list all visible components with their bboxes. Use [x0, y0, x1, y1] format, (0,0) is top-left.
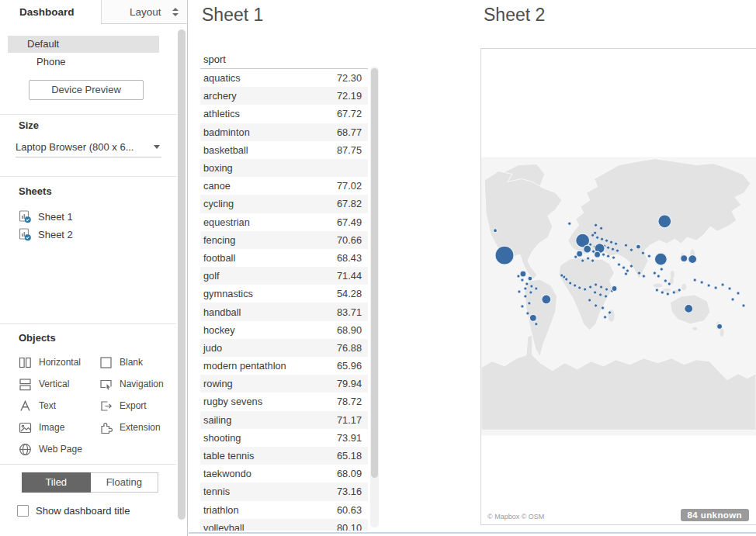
world-map[interactable]	[481, 49, 756, 524]
table-row[interactable]: football68.43	[200, 249, 368, 267]
table-row[interactable]: rowing79.94	[200, 375, 368, 392]
map-bubble[interactable]	[560, 274, 564, 277]
map-bubble[interactable]	[609, 311, 612, 314]
table-row[interactable]: volleyball80.10	[200, 519, 368, 531]
map-bubble[interactable]	[654, 253, 667, 265]
map-bubble[interactable]	[595, 283, 598, 286]
map-bubble[interactable]	[629, 265, 633, 268]
map-bubble[interactable]	[584, 288, 587, 291]
sheet1-table-scrollbar-thumb[interactable]	[371, 68, 378, 478]
object-item-blank[interactable]: Blank	[99, 351, 177, 373]
map-bubble[interactable]	[612, 286, 617, 292]
table-row[interactable]: shooting73.91	[200, 429, 368, 447]
device-option-default[interactable]: Default	[8, 36, 159, 53]
table-row[interactable]: cycling67.82	[200, 195, 368, 213]
table-row[interactable]: gymnastics54.28	[200, 285, 368, 303]
map-bubble[interactable]	[605, 295, 608, 298]
map-bubble[interactable]	[599, 293, 602, 296]
map-bubble[interactable]	[660, 268, 663, 271]
map-bubble[interactable]	[642, 275, 645, 278]
object-item-vertical[interactable]: Vertical	[19, 373, 99, 395]
map-bubble[interactable]	[604, 316, 607, 319]
tab-dashboard[interactable]: Dashboard	[0, 0, 101, 24]
table-row[interactable]: modern pentathlon65.96	[200, 357, 368, 375]
map-bubble[interactable]	[717, 323, 723, 329]
map-bubble[interactable]	[612, 256, 616, 259]
map-bubble[interactable]	[664, 279, 667, 282]
map-bubble[interactable]	[655, 289, 658, 292]
map-bubble[interactable]	[615, 242, 618, 245]
object-item-export[interactable]: Export	[99, 395, 177, 417]
map-bubble[interactable]	[569, 282, 572, 285]
map-bubble[interactable]	[578, 286, 581, 289]
map-bubble[interactable]	[584, 245, 591, 253]
map-bubble[interactable]	[737, 292, 740, 295]
map-bubble[interactable]	[714, 286, 717, 289]
map-bubble[interactable]	[594, 291, 597, 294]
map-bubble[interactable]	[600, 285, 603, 289]
table-row[interactable]: fencing70.66	[200, 231, 368, 249]
map-bubble[interactable]	[591, 233, 595, 237]
table-row[interactable]: judo76.88	[200, 339, 368, 357]
table-row[interactable]: hockey68.90	[200, 321, 368, 339]
tiled-button[interactable]: Tiled	[22, 472, 91, 493]
table-row[interactable]: boxing	[200, 159, 368, 177]
map-bubble[interactable]	[589, 285, 592, 289]
map-bubble[interactable]	[658, 215, 671, 228]
map-bubble[interactable]	[605, 239, 609, 242]
map-bubble[interactable]	[721, 283, 724, 286]
map-bubble[interactable]	[588, 299, 591, 302]
map-bubble[interactable]	[605, 288, 609, 291]
map-bubble[interactable]	[622, 266, 625, 269]
map-bubble[interactable]	[742, 304, 745, 307]
map-bubble[interactable]	[535, 287, 538, 290]
table-row[interactable]: triathlon60.63	[200, 501, 368, 519]
map-bubble[interactable]	[626, 269, 629, 272]
map-bubble[interactable]	[693, 278, 696, 282]
sheet-list-item-1[interactable]: Sheet 1	[19, 208, 166, 226]
device-preview-button[interactable]: Device Preview	[29, 80, 144, 100]
show-dashboard-title-checkbox[interactable]	[17, 505, 29, 517]
map-bubble[interactable]	[636, 244, 640, 249]
map-bubble[interactable]	[666, 292, 669, 296]
map-bubble[interactable]	[595, 304, 598, 307]
map-bubble[interactable]	[525, 282, 529, 285]
map-bubble[interactable]	[661, 291, 664, 294]
map-bubble[interactable]	[610, 240, 613, 244]
map-bubble[interactable]	[607, 254, 610, 258]
map-bubble[interactable]	[529, 314, 536, 321]
pane-collapse-icon[interactable]	[172, 7, 179, 17]
map-bubble[interactable]	[618, 263, 621, 266]
table-row[interactable]: sailing71.17	[200, 411, 368, 429]
map-bubble[interactable]	[602, 306, 605, 309]
table-row[interactable]: table tennis65.18	[200, 447, 368, 465]
map-bubble[interactable]	[595, 251, 601, 258]
table-row[interactable]: rugby sevens78.72	[200, 392, 368, 410]
map-bubble[interactable]	[565, 278, 568, 281]
map-bubble[interactable]	[595, 223, 598, 227]
map-bubble[interactable]	[568, 222, 571, 225]
table-row[interactable]: taekwondo68.09	[200, 465, 368, 482]
map-bubble[interactable]	[616, 249, 619, 252]
map-bubble[interactable]	[520, 271, 526, 277]
device-option-phone[interactable]: Phone	[8, 54, 159, 71]
map-bubble[interactable]	[637, 271, 640, 275]
map-bubble[interactable]	[530, 285, 533, 288]
table-row[interactable]: equestrian67.49	[200, 213, 368, 231]
object-item-navigation[interactable]: Navigation	[99, 373, 177, 395]
map-bubble[interactable]	[591, 259, 595, 262]
object-item-image[interactable]: Image	[19, 417, 99, 438]
sheet1-table-scrollbar-track[interactable]	[370, 67, 379, 527]
map-bubble[interactable]	[526, 312, 529, 315]
table-row[interactable]: handball83.71	[200, 303, 368, 320]
map-bubble[interactable]	[528, 276, 532, 281]
size-dropdown[interactable]: Laptop Browser (800 x 6...	[16, 139, 161, 157]
map-bubble[interactable]	[657, 275, 660, 278]
map-bubble[interactable]	[707, 284, 710, 287]
map-bubble[interactable]	[577, 251, 583, 257]
map-bubble[interactable]	[494, 229, 498, 233]
map-bubble[interactable]	[728, 287, 731, 290]
map-bubble[interactable]	[653, 271, 656, 275]
map-bubble[interactable]	[528, 302, 531, 305]
map-bubble[interactable]	[517, 275, 520, 278]
